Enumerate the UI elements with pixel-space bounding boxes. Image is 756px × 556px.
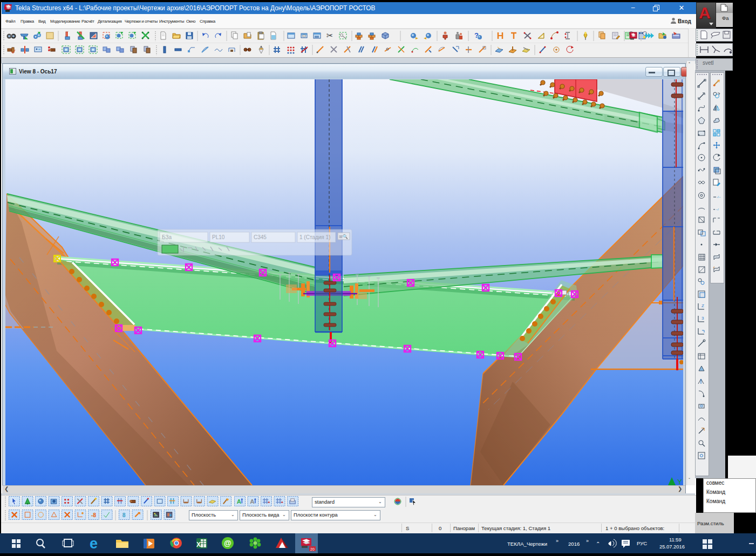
svg-text:PL10: PL10 xyxy=(212,234,225,240)
svg-text:11:59: 11:59 xyxy=(669,537,682,543)
svg-text:-/--: -/-- xyxy=(717,195,721,199)
svg-text:Y: Y xyxy=(677,478,682,485)
svg-text:1 (Стадия 1): 1 (Стадия 1) xyxy=(299,234,330,240)
svg-text:Z: Z xyxy=(701,303,704,308)
svg-text:25.07.2016: 25.07.2016 xyxy=(659,544,685,550)
svg-text:e: e xyxy=(90,535,98,552)
svg-text:A: A xyxy=(237,498,241,505)
svg-text:X: X xyxy=(196,541,201,548)
svg-text:С345: С345 xyxy=(254,234,267,240)
svg-text:2016: 2016 xyxy=(568,541,580,547)
svg-text:»: » xyxy=(586,538,589,544)
svg-text:РУС: РУС xyxy=(637,540,647,546)
svg-text:БЗа: БЗа xyxy=(162,234,172,240)
svg-text:8: 8 xyxy=(122,512,126,518)
svg-text:»: » xyxy=(556,538,559,544)
svg-text:-8: -8 xyxy=(91,512,96,518)
svg-text:✂: ✂ xyxy=(326,31,333,40)
svg-text:⌃: ⌃ xyxy=(596,541,600,547)
svg-text:20: 20 xyxy=(310,547,315,551)
svg-text:⊞🔍: ⊞🔍 xyxy=(339,234,348,239)
svg-text:--/: --/ xyxy=(716,208,719,211)
svg-text:ТЕКЛА_Чертежи: ТЕКЛА_Чертежи xyxy=(507,541,547,547)
svg-text:@: @ xyxy=(224,539,231,547)
svg-text:A: A xyxy=(250,498,254,505)
svg-text:3: 3 xyxy=(701,316,704,321)
